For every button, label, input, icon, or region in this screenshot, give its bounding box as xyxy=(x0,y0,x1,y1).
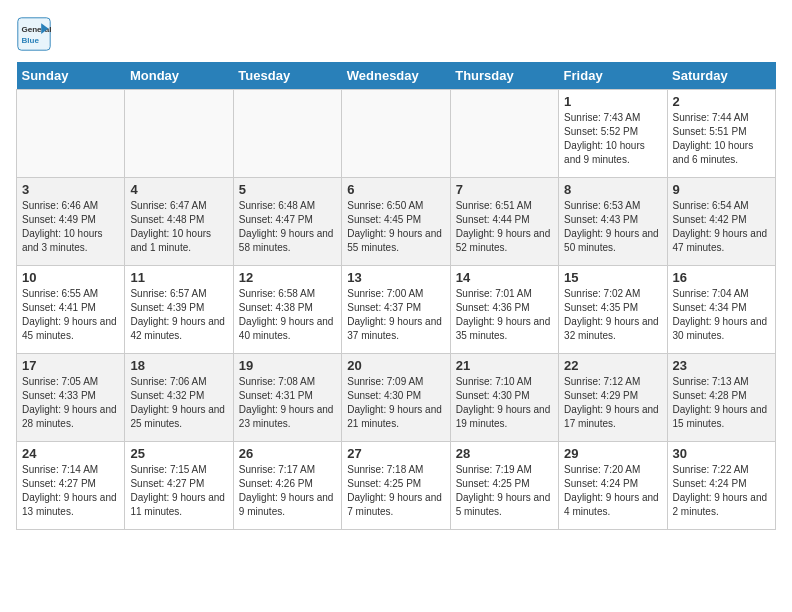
day-number: 11 xyxy=(130,270,227,285)
day-info: Sunrise: 7:06 AM Sunset: 4:32 PM Dayligh… xyxy=(130,375,227,431)
day-info: Sunrise: 7:14 AM Sunset: 4:27 PM Dayligh… xyxy=(22,463,119,519)
svg-text:Blue: Blue xyxy=(21,36,39,45)
calendar-cell: 2Sunrise: 7:44 AM Sunset: 5:51 PM Daylig… xyxy=(667,90,775,178)
calendar-cell: 23Sunrise: 7:13 AM Sunset: 4:28 PM Dayli… xyxy=(667,354,775,442)
day-info: Sunrise: 6:46 AM Sunset: 4:49 PM Dayligh… xyxy=(22,199,119,255)
day-info: Sunrise: 6:51 AM Sunset: 4:44 PM Dayligh… xyxy=(456,199,553,255)
logo-icon: General Blue xyxy=(16,16,52,52)
calendar-cell: 15Sunrise: 7:02 AM Sunset: 4:35 PM Dayli… xyxy=(559,266,667,354)
day-info: Sunrise: 7:12 AM Sunset: 4:29 PM Dayligh… xyxy=(564,375,661,431)
day-header-saturday: Saturday xyxy=(667,62,775,90)
day-info: Sunrise: 6:57 AM Sunset: 4:39 PM Dayligh… xyxy=(130,287,227,343)
calendar-cell: 21Sunrise: 7:10 AM Sunset: 4:30 PM Dayli… xyxy=(450,354,558,442)
day-header-monday: Monday xyxy=(125,62,233,90)
day-info: Sunrise: 7:09 AM Sunset: 4:30 PM Dayligh… xyxy=(347,375,444,431)
calendar-cell: 14Sunrise: 7:01 AM Sunset: 4:36 PM Dayli… xyxy=(450,266,558,354)
day-number: 14 xyxy=(456,270,553,285)
day-header-friday: Friday xyxy=(559,62,667,90)
calendar-cell: 10Sunrise: 6:55 AM Sunset: 4:41 PM Dayli… xyxy=(17,266,125,354)
day-info: Sunrise: 7:05 AM Sunset: 4:33 PM Dayligh… xyxy=(22,375,119,431)
day-number: 16 xyxy=(673,270,770,285)
day-info: Sunrise: 6:58 AM Sunset: 4:38 PM Dayligh… xyxy=(239,287,336,343)
calendar-cell: 3Sunrise: 6:46 AM Sunset: 4:49 PM Daylig… xyxy=(17,178,125,266)
day-number: 2 xyxy=(673,94,770,109)
calendar-cell: 5Sunrise: 6:48 AM Sunset: 4:47 PM Daylig… xyxy=(233,178,341,266)
day-info: Sunrise: 7:01 AM Sunset: 4:36 PM Dayligh… xyxy=(456,287,553,343)
day-header-wednesday: Wednesday xyxy=(342,62,450,90)
day-info: Sunrise: 7:10 AM Sunset: 4:30 PM Dayligh… xyxy=(456,375,553,431)
calendar-week-2: 3Sunrise: 6:46 AM Sunset: 4:49 PM Daylig… xyxy=(17,178,776,266)
day-info: Sunrise: 6:47 AM Sunset: 4:48 PM Dayligh… xyxy=(130,199,227,255)
day-info: Sunrise: 7:44 AM Sunset: 5:51 PM Dayligh… xyxy=(673,111,770,167)
day-number: 22 xyxy=(564,358,661,373)
calendar-cell xyxy=(125,90,233,178)
calendar-cell: 17Sunrise: 7:05 AM Sunset: 4:33 PM Dayli… xyxy=(17,354,125,442)
day-info: Sunrise: 7:08 AM Sunset: 4:31 PM Dayligh… xyxy=(239,375,336,431)
calendar-cell: 11Sunrise: 6:57 AM Sunset: 4:39 PM Dayli… xyxy=(125,266,233,354)
calendar-cell: 6Sunrise: 6:50 AM Sunset: 4:45 PM Daylig… xyxy=(342,178,450,266)
day-number: 13 xyxy=(347,270,444,285)
calendar-cell: 27Sunrise: 7:18 AM Sunset: 4:25 PM Dayli… xyxy=(342,442,450,530)
day-number: 25 xyxy=(130,446,227,461)
day-info: Sunrise: 6:55 AM Sunset: 4:41 PM Dayligh… xyxy=(22,287,119,343)
calendar-cell: 25Sunrise: 7:15 AM Sunset: 4:27 PM Dayli… xyxy=(125,442,233,530)
day-info: Sunrise: 7:17 AM Sunset: 4:26 PM Dayligh… xyxy=(239,463,336,519)
day-number: 7 xyxy=(456,182,553,197)
calendar-cell: 29Sunrise: 7:20 AM Sunset: 4:24 PM Dayli… xyxy=(559,442,667,530)
day-number: 10 xyxy=(22,270,119,285)
day-number: 19 xyxy=(239,358,336,373)
calendar-cell: 19Sunrise: 7:08 AM Sunset: 4:31 PM Dayli… xyxy=(233,354,341,442)
calendar-week-1: 1Sunrise: 7:43 AM Sunset: 5:52 PM Daylig… xyxy=(17,90,776,178)
calendar-cell xyxy=(450,90,558,178)
day-info: Sunrise: 7:04 AM Sunset: 4:34 PM Dayligh… xyxy=(673,287,770,343)
calendar-cell: 22Sunrise: 7:12 AM Sunset: 4:29 PM Dayli… xyxy=(559,354,667,442)
day-info: Sunrise: 6:50 AM Sunset: 4:45 PM Dayligh… xyxy=(347,199,444,255)
day-info: Sunrise: 6:54 AM Sunset: 4:42 PM Dayligh… xyxy=(673,199,770,255)
calendar-cell: 9Sunrise: 6:54 AM Sunset: 4:42 PM Daylig… xyxy=(667,178,775,266)
day-info: Sunrise: 7:18 AM Sunset: 4:25 PM Dayligh… xyxy=(347,463,444,519)
day-info: Sunrise: 6:48 AM Sunset: 4:47 PM Dayligh… xyxy=(239,199,336,255)
calendar-header-row: SundayMondayTuesdayWednesdayThursdayFrid… xyxy=(17,62,776,90)
day-info: Sunrise: 6:53 AM Sunset: 4:43 PM Dayligh… xyxy=(564,199,661,255)
day-info: Sunrise: 7:13 AM Sunset: 4:28 PM Dayligh… xyxy=(673,375,770,431)
day-number: 21 xyxy=(456,358,553,373)
day-number: 17 xyxy=(22,358,119,373)
day-number: 20 xyxy=(347,358,444,373)
calendar-cell: 1Sunrise: 7:43 AM Sunset: 5:52 PM Daylig… xyxy=(559,90,667,178)
day-number: 15 xyxy=(564,270,661,285)
day-number: 26 xyxy=(239,446,336,461)
day-number: 30 xyxy=(673,446,770,461)
day-number: 18 xyxy=(130,358,227,373)
calendar-week-5: 24Sunrise: 7:14 AM Sunset: 4:27 PM Dayli… xyxy=(17,442,776,530)
day-info: Sunrise: 7:15 AM Sunset: 4:27 PM Dayligh… xyxy=(130,463,227,519)
day-header-thursday: Thursday xyxy=(450,62,558,90)
calendar-cell: 12Sunrise: 6:58 AM Sunset: 4:38 PM Dayli… xyxy=(233,266,341,354)
day-number: 9 xyxy=(673,182,770,197)
calendar-cell: 26Sunrise: 7:17 AM Sunset: 4:26 PM Dayli… xyxy=(233,442,341,530)
day-info: Sunrise: 7:22 AM Sunset: 4:24 PM Dayligh… xyxy=(673,463,770,519)
day-info: Sunrise: 7:02 AM Sunset: 4:35 PM Dayligh… xyxy=(564,287,661,343)
calendar-table: SundayMondayTuesdayWednesdayThursdayFrid… xyxy=(16,62,776,530)
day-header-tuesday: Tuesday xyxy=(233,62,341,90)
calendar-cell: 8Sunrise: 6:53 AM Sunset: 4:43 PM Daylig… xyxy=(559,178,667,266)
day-number: 3 xyxy=(22,182,119,197)
day-number: 12 xyxy=(239,270,336,285)
calendar-cell: 20Sunrise: 7:09 AM Sunset: 4:30 PM Dayli… xyxy=(342,354,450,442)
page-header: General Blue xyxy=(16,16,776,52)
calendar-cell: 28Sunrise: 7:19 AM Sunset: 4:25 PM Dayli… xyxy=(450,442,558,530)
day-info: Sunrise: 7:19 AM Sunset: 4:25 PM Dayligh… xyxy=(456,463,553,519)
day-number: 23 xyxy=(673,358,770,373)
calendar-week-4: 17Sunrise: 7:05 AM Sunset: 4:33 PM Dayli… xyxy=(17,354,776,442)
day-header-sunday: Sunday xyxy=(17,62,125,90)
day-number: 6 xyxy=(347,182,444,197)
day-number: 28 xyxy=(456,446,553,461)
calendar-cell xyxy=(342,90,450,178)
calendar-cell: 30Sunrise: 7:22 AM Sunset: 4:24 PM Dayli… xyxy=(667,442,775,530)
day-info: Sunrise: 7:43 AM Sunset: 5:52 PM Dayligh… xyxy=(564,111,661,167)
svg-text:General: General xyxy=(21,25,51,34)
day-number: 24 xyxy=(22,446,119,461)
day-number: 29 xyxy=(564,446,661,461)
calendar-cell xyxy=(17,90,125,178)
calendar-cell xyxy=(233,90,341,178)
calendar-week-3: 10Sunrise: 6:55 AM Sunset: 4:41 PM Dayli… xyxy=(17,266,776,354)
